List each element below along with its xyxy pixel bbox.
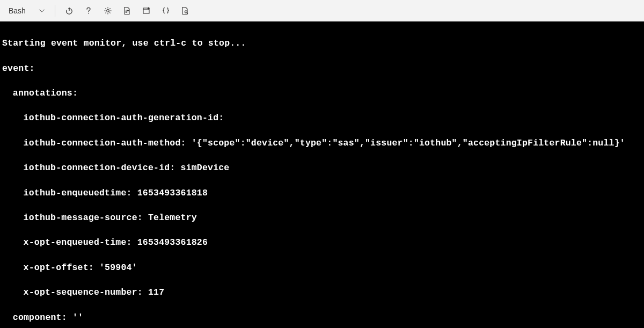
terminal-line: iothub-connection-auth-method: '{"scope"… — [2, 137, 642, 149]
terminal-line: iothub-connection-auth-generation-id: — [2, 112, 642, 124]
restart-button[interactable] — [61, 2, 78, 19]
new-window-icon — [142, 6, 151, 15]
file-preview-icon — [181, 6, 189, 15]
svg-line-11 — [105, 12, 106, 13]
help-button[interactable] — [80, 2, 97, 19]
svg-point-2 — [88, 12, 89, 13]
svg-point-16 — [185, 10, 187, 12]
terminal-line: x-opt-enqueued-time: 1653493361826 — [2, 236, 642, 249]
terminal-line: x-opt-offset: '59904' — [2, 261, 642, 274]
terminal-line: Starting event monitor, use ctrl-c to st… — [2, 37, 642, 49]
terminal-line: annotations: — [2, 87, 642, 99]
terminal-line: iothub-connection-device-id: simDevice — [2, 162, 642, 174]
braces-icon — [162, 6, 170, 15]
shell-selector-label: Bash — [9, 6, 26, 15]
svg-line-17 — [187, 12, 188, 13]
terminal-output[interactable]: Starting event monitor, use ctrl-c to st… — [0, 21, 644, 328]
shell-selector[interactable]: Bash — [4, 4, 49, 17]
editor-button[interactable] — [157, 2, 174, 19]
terminal-line: iothub-enqueuedtime: 1653493361818 — [2, 187, 642, 199]
new-session-button[interactable] — [138, 2, 155, 19]
svg-line-8 — [105, 8, 106, 9]
terminal-line: iothub-message-source: Telemetry — [2, 212, 642, 224]
toolbar: Bash — [0, 0, 644, 21]
power-icon — [65, 6, 74, 15]
gear-icon — [104, 6, 112, 15]
question-icon — [84, 6, 93, 15]
terminal-line: x-opt-sequence-number: 117 — [2, 286, 642, 298]
svg-point-3 — [107, 9, 109, 12]
settings-button[interactable] — [99, 2, 116, 19]
upload-download-button[interactable] — [119, 2, 136, 19]
file-updown-icon — [123, 6, 131, 15]
svg-line-10 — [109, 8, 110, 9]
web-preview-button[interactable] — [177, 2, 194, 19]
toolbar-separator — [55, 5, 55, 17]
svg-line-9 — [109, 12, 110, 13]
terminal-line: event: — [2, 62, 642, 75]
terminal-line: component: '' — [2, 311, 642, 324]
chevron-down-icon — [39, 8, 45, 14]
